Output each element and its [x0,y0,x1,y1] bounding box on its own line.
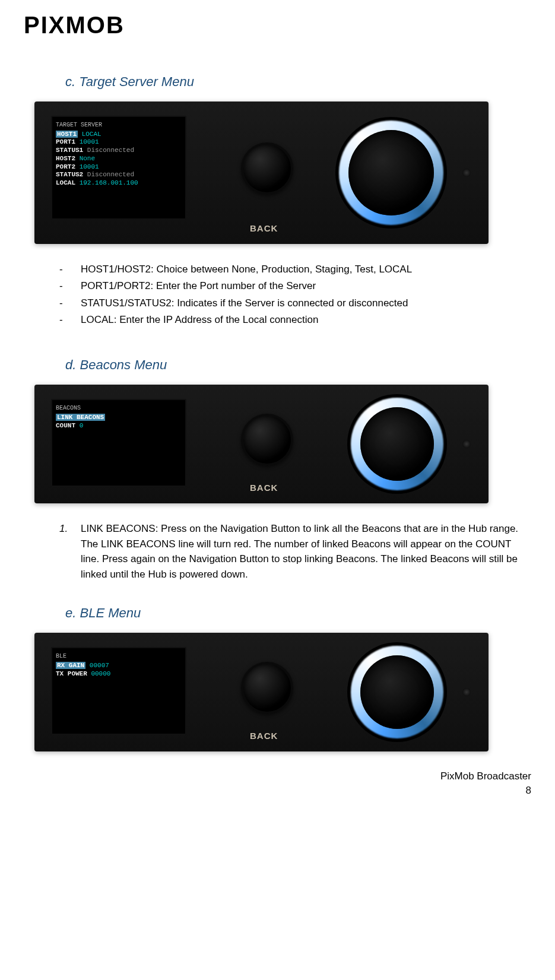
screen-row-value: None [80,155,95,162]
screen-title-e: BLE [56,653,182,661]
screen-row-label: TX POWER [56,670,87,677]
back-button-knob[interactable] [241,142,293,195]
device-screen-d: BEACONS LINK BEACONSCOUNT 0 [51,399,186,487]
bullet-dash: - [59,278,81,294]
screen-row: LOCAL 192.168.001.100 [56,179,182,188]
bullet-dash: - [59,312,81,328]
numbered-mark: 1. [59,521,81,582]
bullet-item: -STATUS1/STATUS2: Indicates if the Serve… [59,296,531,311]
heading-title-d: Beacons Menu [80,357,167,372]
heading-section-c: c. Target Server Menu [65,74,531,90]
footer-page-number: 8 [24,784,531,798]
numbered-text: LINK BEACONS: Press on the Navigation Bu… [81,521,519,582]
screen-row: HOST1 LOCAL [56,131,182,139]
screen-row-label: STATUS1 [56,147,83,154]
screen-row: LINK BEACONS [56,414,182,422]
screen-row: COUNT 0 [56,422,182,430]
bullets-section-c: -HOST1/HOST2: Choice between None, Produ… [59,262,531,328]
bullet-text: LOCAL: Enter the IP Address of the Local… [81,312,531,328]
heading-section-e: e. BLE Menu [65,605,531,621]
screen-row-label: PORT1 [56,138,75,145]
screen-title-c: TARGET SERVER [56,122,182,129]
screen-row-value: 192.168.001.100 [80,179,138,186]
device-figure-target-server: TARGET SERVER HOST1 LOCALPORT1 10001STAT… [34,102,489,244]
device-screen-c: TARGET SERVER HOST1 LOCALPORT1 10001STAT… [51,116,186,220]
screen-row-label: PORT2 [56,163,75,170]
screen-row-label: STATUS2 [56,171,83,178]
screen-title-d: BEACONS [56,405,182,413]
bullet-text: HOST1/HOST2: Choice between None, Produc… [81,262,531,277]
screen-row-label: HOST2 [56,155,75,162]
footer-doc-title: PixMob Broadcaster [24,769,531,784]
bullet-item: -PORT1/PORT2: Enter the Port number of t… [59,278,531,294]
device-screen-e: BLE RX GAIN 00007TX POWER 00000 [51,647,186,735]
bullet-dash: - [59,296,81,311]
screen-row-label: HOST1 [56,131,78,138]
page-footer: PixMob Broadcaster 8 [24,769,531,798]
screen-row-label: LINK BEACONS [56,414,105,421]
bullet-text: PORT1/PORT2: Enter the Port number of th… [81,278,531,294]
back-label: BACK [250,731,278,741]
back-button-knob[interactable] [241,414,293,466]
screen-row: STATUS2 Disconnected [56,171,182,179]
screen-row-label: COUNT [56,422,75,429]
bullet-dash: - [59,262,81,277]
screen-row-value: 10001 [80,163,99,170]
bullet-item: -HOST1/HOST2: Choice between None, Produ… [59,262,531,277]
navigation-ring[interactable] [335,117,447,229]
heading-letter-c: c. [65,74,75,89]
screen-row-value: 00000 [91,670,110,677]
back-button-knob[interactable] [241,662,293,714]
screen-row: PORT1 10001 [56,138,182,147]
screen-row-value: Disconnected [87,147,134,154]
brand-logo: PIXMOB [24,12,531,39]
screen-row-value: Disconnected [87,171,134,178]
screen-row-label: RX GAIN [56,662,85,669]
screen-row: PORT2 10001 [56,163,182,172]
screen-row: HOST2 None [56,155,182,163]
indicator-dot [462,688,471,696]
screen-row: RX GAIN 00007 [56,662,182,670]
numbered-section-d: 1.LINK BEACONS: Press on the Navigation … [59,521,519,582]
heading-title-e: BLE Menu [80,605,141,620]
back-label: BACK [250,483,278,493]
heading-section-d: d. Beacons Menu [65,357,531,373]
device-figure-beacons: BEACONS LINK BEACONSCOUNT 0 BACK [34,385,489,503]
heading-letter-d: d. [65,357,76,372]
indicator-dot [462,440,471,448]
screen-row: TX POWER 00000 [56,670,182,678]
back-label: BACK [250,223,278,233]
navigation-ring[interactable] [347,394,447,494]
screen-row-value: LOCAL [82,131,102,138]
heading-letter-e: e. [65,605,76,620]
navigation-ring[interactable] [347,642,447,742]
device-figure-ble: BLE RX GAIN 00007TX POWER 00000 BACK [34,633,489,751]
indicator-dot [462,169,471,177]
numbered-item: 1.LINK BEACONS: Press on the Navigation … [59,521,519,582]
screen-row-value: 00007 [90,662,109,669]
heading-title-c: Target Server Menu [79,74,194,89]
screen-row: STATUS1 Disconnected [56,147,182,155]
bullet-text: STATUS1/STATUS2: Indicates if the Server… [81,296,531,311]
bullet-item: -LOCAL: Enter the IP Address of the Loca… [59,312,531,328]
screen-row-value: 10001 [80,138,99,145]
screen-row-label: LOCAL [56,179,75,186]
screen-row-value: 0 [80,422,84,429]
